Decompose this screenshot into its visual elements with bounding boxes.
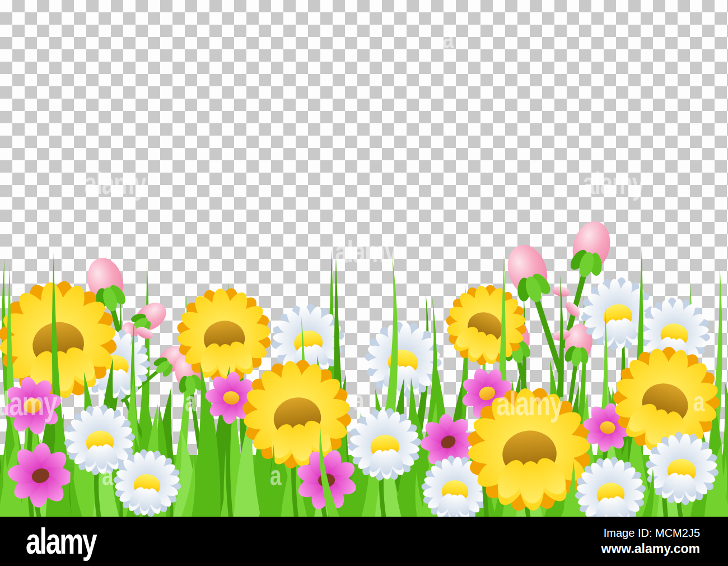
alamy-logo: alamy [26,523,96,560]
alamy-url-text: www.alamy.com [601,540,700,557]
image-id-text: Image ID: MCM2J5 [601,526,700,540]
alamy-footer-bar: alamy Image ID: MCM2J5 www.alamy.com [0,517,728,566]
footer-info: Image ID: MCM2J5 www.alamy.com [601,526,700,558]
flower-grass-illustration [0,0,728,517]
stock-image-preview: alamyalamyaalamyalamyalamyaaaaa alamy Im… [0,0,728,566]
